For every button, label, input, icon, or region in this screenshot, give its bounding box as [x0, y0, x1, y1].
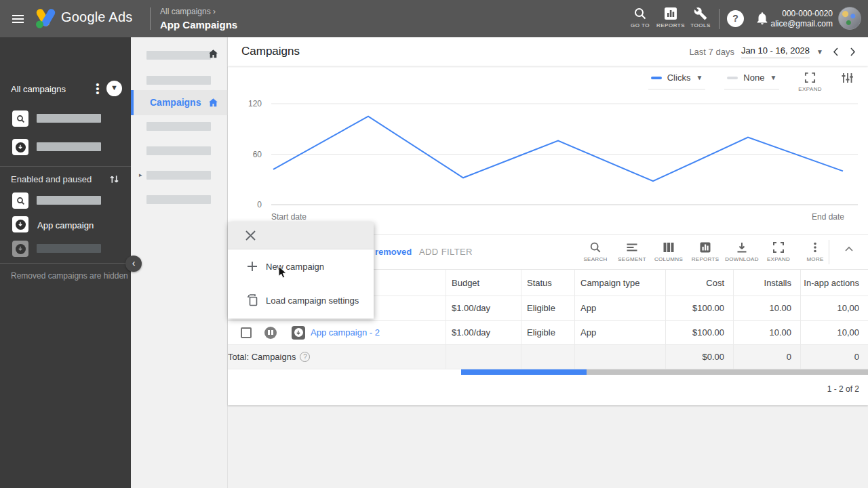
x-axis-start-label: Start date [271, 212, 307, 222]
expand-arrow-icon[interactable]: ▸ [139, 171, 142, 178]
filter-tab-partial[interactable]: removed [375, 247, 412, 257]
scrollbar-thumb[interactable] [461, 369, 587, 375]
campaign-cell: App campaign - 2 [228, 321, 446, 344]
total-in-app-actions-cell: 0 [800, 345, 868, 369]
app-campaign-type-icon[interactable] [12, 241, 28, 257]
sidebar-placeholder-item[interactable] [37, 196, 101, 205]
date-preset-label: Last 7 days [689, 47, 734, 57]
x-axis-end-label: End date [812, 212, 844, 222]
nav-placeholder-item[interactable] [146, 146, 211, 155]
search-campaigns-icon[interactable] [12, 192, 28, 209]
table-segment-button[interactable]: SEGMENT [616, 240, 648, 262]
download-icon [736, 241, 748, 253]
sliders-icon [841, 72, 853, 84]
column-header[interactable]: Cost [665, 270, 733, 296]
metric-primary-label: Clicks [667, 73, 691, 83]
column-header[interactable]: In-app actions [800, 270, 868, 296]
avatar[interactable] [838, 7, 861, 30]
table-columns-button[interactable]: COLUMNS [652, 240, 685, 262]
campaign-sidebar: All campaigns ••• ▼ Enabled and paused A… [0, 37, 131, 488]
chevron-down-icon: ▼ [696, 74, 703, 81]
sidebar-section-label: Enabled and paused [11, 174, 92, 184]
nav-placeholder-item[interactable] [146, 171, 211, 180]
nav-placeholder-item[interactable] [146, 51, 211, 60]
chevron-down-icon: ▼ [770, 74, 776, 81]
table-more-button[interactable]: MORE [799, 240, 831, 262]
metric-primary-dropdown[interactable]: Clicks ▼ [648, 70, 706, 89]
sidebar-placeholder-item[interactable] [37, 142, 101, 151]
date-range-picker[interactable]: Jan 10 - 16, 2028 [741, 45, 810, 58]
add-filter-button[interactable]: ADD FILTER [419, 247, 473, 257]
nav-item-campaigns-selected[interactable]: Campaigns [131, 90, 228, 115]
google-ads-app: Google Ads All campaigns › App Campaigns… [0, 0, 868, 488]
table-search-button[interactable]: SEARCH [579, 240, 612, 262]
sort-icon[interactable] [108, 174, 120, 185]
app-campaign-type-icon[interactable] [12, 216, 28, 232]
table-download-button[interactable]: DOWNLOAD [726, 240, 758, 262]
breadcrumb-parent[interactable]: All campaigns [160, 7, 211, 16]
expand-icon [804, 72, 816, 83]
notifications-bell-icon[interactable] [755, 11, 770, 26]
horizontal-scrollbar[interactable] [461, 369, 868, 375]
row-checkbox[interactable] [241, 327, 252, 338]
chevron-up-icon [844, 245, 854, 252]
in-app-actions-cell: 10,00 [800, 296, 868, 320]
campaign-name-link[interactable]: App campaign - 2 [311, 327, 380, 338]
menu-item-load-campaign-settings[interactable]: Load campaign settings [228, 283, 374, 317]
home-icon [208, 48, 219, 60]
hamburger-menu-icon[interactable] [12, 15, 24, 23]
search-icon [633, 7, 647, 20]
collapse-table-button[interactable] [842, 243, 856, 255]
total-cost-cell: $0.00 [665, 345, 733, 369]
goto-button[interactable]: GO TO [625, 7, 656, 28]
column-header[interactable]: Installs [733, 270, 800, 296]
table-expand-button[interactable]: EXPAND [762, 240, 795, 262]
column-header[interactable]: Campaign type [574, 270, 665, 296]
home-icon-blue [208, 97, 219, 108]
table-reports-button[interactable]: REPORTS [689, 240, 722, 262]
column-header[interactable]: Budget [446, 270, 521, 296]
google-ads-logo-icon [34, 7, 57, 29]
toolbar-divider [829, 240, 829, 264]
total-label-cell: Total: Campaigns ? [228, 345, 446, 369]
paused-status-icon[interactable] [264, 327, 277, 339]
sidebar-placeholder-item[interactable] [37, 244, 101, 253]
help-icon[interactable]: ? [727, 10, 744, 27]
column-header[interactable]: Status [521, 270, 574, 296]
chart-expand-button[interactable]: EXPAND [798, 70, 822, 92]
wrench-icon [694, 7, 707, 20]
sidebar-item-app-campaign[interactable]: App campaign [37, 220, 94, 230]
app-campaign-type-icon[interactable] [12, 139, 28, 155]
in-app-actions-cell: 10,00 [800, 321, 868, 344]
sidebar-collapse-button[interactable]: ‹ [125, 256, 142, 272]
installs-cell: 10.00 [733, 296, 800, 320]
menu-item-new-campaign[interactable]: New campaign [228, 249, 374, 283]
topbar-divider [719, 9, 719, 29]
reports-button[interactable]: REPORTS [655, 7, 686, 28]
close-icon[interactable] [245, 230, 256, 241]
section-nav: Campaigns ▸ [131, 37, 228, 488]
tools-button[interactable]: TOOLS [685, 7, 716, 28]
clicks-line-chart: 120600 [228, 95, 868, 227]
topbar-divider [150, 7, 151, 30]
sidebar-more-icon[interactable]: ••• [94, 83, 101, 95]
sidebar-collapse-circle-icon[interactable]: ▼ [106, 81, 122, 96]
chevron-down-icon[interactable]: ▼ [816, 48, 823, 56]
search-campaigns-icon[interactable] [12, 110, 28, 127]
help-circle-icon[interactable]: ? [300, 352, 310, 362]
popup-header [228, 222, 374, 249]
nav-placeholder-item[interactable] [146, 122, 211, 131]
chart-controls: Clicks ▼ None ▼ EXPAND [648, 70, 853, 92]
breadcrumb-chevron-icon: › [213, 7, 216, 16]
campaign-type-cell: App [574, 321, 665, 344]
status-cell: Eligible [521, 321, 574, 344]
account-id: 000-000-0020 [770, 9, 833, 19]
sidebar-placeholder-item[interactable] [37, 114, 101, 123]
nav-placeholder-item[interactable] [146, 76, 211, 85]
metric-compare-dropdown[interactable]: None ▼ [724, 70, 779, 89]
date-prev-button[interactable] [830, 46, 841, 58]
chart-settings-button[interactable] [841, 70, 853, 84]
brand-title: Google Ads [61, 9, 132, 25]
nav-placeholder-item[interactable] [146, 195, 211, 204]
date-next-button[interactable] [848, 46, 859, 58]
